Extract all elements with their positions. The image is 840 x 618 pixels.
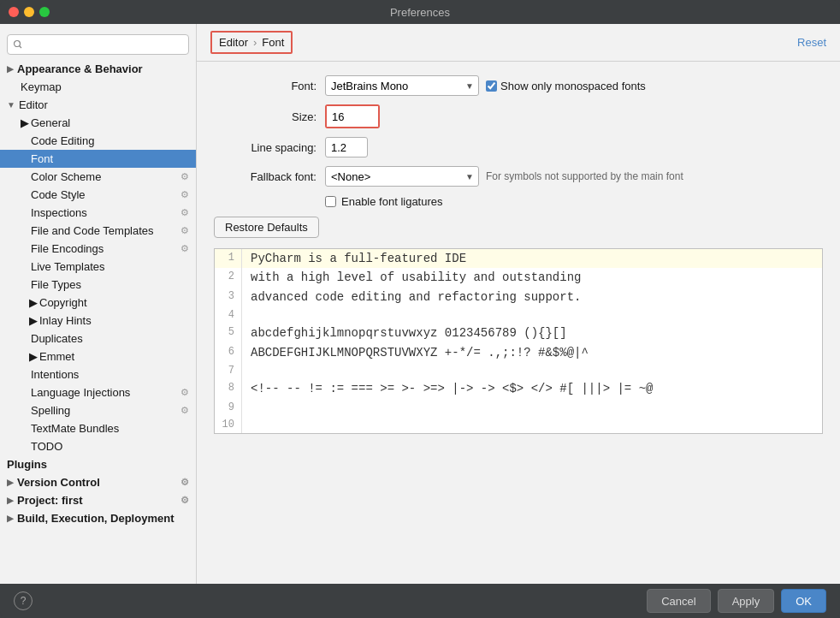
sidebar-item-textmate[interactable]: TextMate Bundles	[0, 419, 196, 437]
right-panel: Editor › Font Reset Font: JetBrains Mono	[197, 24, 840, 584]
sidebar-item-code-editing[interactable]: Code Editing	[0, 132, 196, 150]
sidebar-item-live-templates[interactable]: Live Templates	[0, 258, 196, 276]
sidebar-item-label: Emmet	[39, 350, 74, 363]
line-number: 9	[215, 399, 242, 416]
line-spacing-label: Line spacing:	[214, 141, 325, 154]
line-code	[242, 416, 251, 433]
chevron-right-icon: ▶	[7, 64, 14, 74]
sidebar-item-lang-injections[interactable]: Language Injections ⚙	[0, 383, 196, 401]
preview-line: 5 abcdefghijklmnopqrstuvwxyz 0123456789 …	[215, 324, 822, 342]
line-code: <!-- -- != := === >= >- >=> |-> -> <$> <…	[242, 379, 653, 398]
line-code	[242, 306, 251, 324]
traffic-lights	[9, 7, 50, 17]
sidebar-item-duplicates[interactable]: Duplicates	[0, 330, 196, 348]
preview-line: 6 ABCDEFGHIJKLMNOPQRSTUVWXYZ +-*/= .,;:!…	[215, 343, 822, 362]
restore-defaults-button[interactable]: Restore Defaults	[214, 217, 319, 238]
sidebar-item-intentions[interactable]: Intentions	[0, 365, 196, 383]
close-button[interactable]	[9, 7, 19, 17]
sidebar-item-version-control[interactable]: ▶ Version Control ⚙	[0, 473, 196, 491]
preview-line: 8 <!-- -- != := === >= >- >=> |-> -> <$>…	[215, 379, 822, 398]
line-code: with a high level of usability and outst…	[242, 268, 581, 287]
panel-body: Font: JetBrains Mono ▼ Show only monospa…	[197, 62, 840, 584]
window-title: Preferences	[390, 6, 450, 19]
sidebar-item-label: Editor	[19, 98, 48, 111]
ok-button[interactable]: OK	[781, 589, 826, 613]
sidebar-item-label: Code Style	[31, 188, 86, 201]
gear-icon: ⚙	[180, 387, 189, 398]
line-code	[242, 362, 251, 379]
chevron-right-icon: ▶	[21, 116, 29, 129]
fallback-row: Fallback font: <None> ▼ For symbols not …	[214, 166, 823, 187]
sidebar-item-label: Intentions	[31, 368, 79, 381]
breadcrumb-font: Font	[262, 36, 284, 49]
sidebar-item-project[interactable]: ▶ Project: first ⚙	[0, 491, 196, 509]
restore-defaults-row: Restore Defaults	[214, 217, 823, 238]
size-input[interactable]	[327, 106, 378, 127]
breadcrumb-editor: Editor	[219, 36, 248, 49]
line-spacing-input[interactable]	[325, 137, 368, 157]
chevron-right-icon: ▶	[7, 514, 14, 523]
sidebar-item-font[interactable]: Font	[0, 150, 196, 168]
fallback-select[interactable]: <None>	[325, 166, 479, 187]
titlebar: Preferences	[0, 0, 840, 24]
sidebar-item-code-style[interactable]: Code Style ⚙	[0, 186, 196, 204]
maximize-button[interactable]	[39, 7, 50, 17]
sidebar-item-label: Color Scheme	[31, 170, 101, 183]
line-number: 6	[215, 343, 242, 362]
chevron-right-icon: ▶	[7, 496, 14, 505]
gear-icon: ⚙	[180, 207, 189, 218]
line-code	[242, 399, 251, 416]
sidebar-item-label: Plugins	[7, 458, 47, 471]
sidebar-item-spelling[interactable]: Spelling ⚙	[0, 401, 196, 419]
sidebar-item-label: File Encodings	[31, 242, 104, 255]
apply-button[interactable]: Apply	[718, 589, 775, 613]
sidebar-item-file-types[interactable]: File Types	[0, 276, 196, 294]
line-number: 3	[215, 288, 242, 306]
sidebar-item-file-encodings[interactable]: File Encodings ⚙	[0, 240, 196, 258]
sidebar-item-editor[interactable]: ▼ Editor	[0, 96, 196, 114]
sidebar-item-todo[interactable]: TODO	[0, 437, 196, 455]
font-control-group: JetBrains Mono ▼ Show only monospaced fo…	[325, 75, 646, 96]
sidebar-item-plugins[interactable]: Plugins	[0, 455, 196, 473]
show-mono-checkbox[interactable]	[486, 80, 497, 92]
sidebar-item-inspections[interactable]: Inspections ⚙	[0, 204, 196, 222]
sidebar-item-inlay-hints[interactable]: ▶ Inlay Hints	[0, 312, 196, 330]
preview-line: 9	[215, 399, 822, 416]
sidebar-item-emmet[interactable]: ▶ Emmet	[0, 348, 196, 365]
sidebar-item-build[interactable]: ▶ Build, Execution, Deployment	[0, 509, 196, 527]
panel-header: Editor › Font Reset	[197, 24, 840, 62]
cancel-button[interactable]: Cancel	[647, 589, 710, 613]
ligatures-row: Enable font ligatures	[325, 195, 823, 208]
minimize-button[interactable]	[24, 7, 34, 17]
sidebar-item-appearance[interactable]: ▶ Appearance & Behavior	[0, 60, 196, 78]
search-input[interactable]	[7, 34, 189, 55]
sidebar-item-label: Version Control	[17, 476, 100, 489]
sidebar-item-keymap[interactable]: Keymap	[0, 78, 196, 96]
gear-icon: ⚙	[180, 171, 189, 182]
preview-lines: 1 PyCharm is a full-featured IDE 2 with …	[215, 249, 822, 433]
help-button[interactable]: ?	[14, 591, 33, 610]
preview-line: 10	[215, 416, 822, 433]
line-number: 5	[215, 324, 242, 342]
main-content: ▶ Appearance & Behavior Keymap ▼ Editor …	[0, 24, 840, 584]
font-select[interactable]: JetBrains Mono	[325, 75, 479, 96]
sidebar-item-color-scheme[interactable]: Color Scheme ⚙	[0, 168, 196, 186]
breadcrumb: Editor › Font	[210, 31, 293, 54]
size-label: Size:	[214, 110, 325, 123]
line-spacing-row: Line spacing:	[214, 137, 823, 157]
line-number: 10	[215, 416, 242, 433]
line-number: 1	[215, 249, 242, 268]
sidebar-item-copyright[interactable]: ▶ Copyright	[0, 294, 196, 312]
sidebar: ▶ Appearance & Behavior Keymap ▼ Editor …	[0, 24, 197, 584]
gear-icon: ⚙	[180, 477, 189, 488]
sidebar-item-label: Live Templates	[31, 260, 104, 273]
sidebar-item-file-code-templates[interactable]: File and Code Templates ⚙	[0, 222, 196, 240]
reset-link[interactable]: Reset	[797, 36, 826, 49]
ligatures-checkbox[interactable]	[325, 196, 336, 207]
line-number: 7	[215, 362, 242, 379]
sidebar-item-label: Inspections	[31, 206, 87, 219]
size-row: Size:	[214, 104, 823, 128]
gear-icon: ⚙	[180, 225, 189, 236]
sidebar-item-general[interactable]: ▶ General	[0, 114, 196, 132]
bottom-bar: ? Cancel Apply OK	[0, 584, 840, 618]
